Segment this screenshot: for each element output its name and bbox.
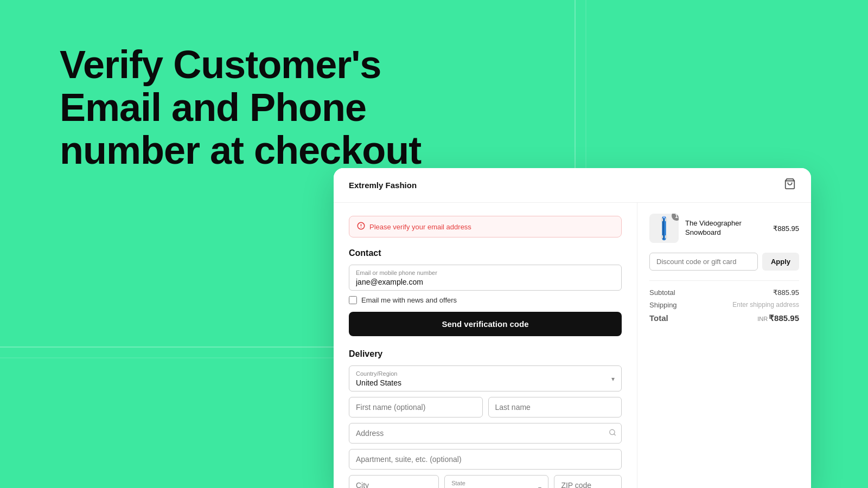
checkout-header: Extremly Fashion <box>334 168 811 203</box>
email-field-group: Email or mobile phone number <box>349 265 622 291</box>
state-label: State <box>451 480 538 486</box>
apt-input[interactable] <box>349 449 622 470</box>
email-input[interactable] <box>356 278 615 286</box>
alert-text: Please verify your email address <box>369 223 471 231</box>
address-field-group <box>349 423 622 444</box>
shipping-value: Enter shipping address <box>732 301 799 309</box>
product-price: ₹885.95 <box>773 224 799 233</box>
checkout-body: Please verify your email address Contact… <box>334 203 811 488</box>
total-amount: ₹885.95 <box>769 313 799 323</box>
shipping-label: Shipping <box>649 301 677 309</box>
svg-line-9 <box>614 434 616 435</box>
product-row: 1 The Videographer Snowboard ₹8 <box>649 214 799 243</box>
cart-icon <box>784 178 796 192</box>
city-state-zip-row: State Marshall Islands ▾ <box>349 475 622 488</box>
address-search-icon <box>609 429 616 438</box>
newsletter-label: Email me with news and offers <box>361 296 457 304</box>
svg-rect-15 <box>665 235 667 239</box>
apt-field-group <box>349 449 622 470</box>
total-value: INR₹885.95 <box>757 313 799 323</box>
alert-box: Please verify your email address <box>349 216 622 237</box>
store-name: Extremly Fashion <box>349 181 417 190</box>
last-name-input[interactable] <box>488 397 622 418</box>
svg-rect-12 <box>661 219 663 222</box>
zip-field <box>554 475 622 488</box>
svg-rect-16 <box>663 216 665 219</box>
subtotal-label: Subtotal <box>649 288 675 297</box>
discount-input[interactable] <box>649 253 758 271</box>
state-chevron-icon: ▾ <box>538 485 541 488</box>
checkout-window: Extremly Fashion Please ve <box>334 168 811 488</box>
inr-label: INR <box>757 316 768 322</box>
city-input[interactable] <box>349 475 439 488</box>
subtotal-row: Subtotal ₹885.95 <box>649 288 799 297</box>
newsletter-checkbox-row: Email me with news and offers <box>349 296 622 304</box>
state-field[interactable]: State Marshall Islands ▾ <box>444 475 548 488</box>
name-row <box>349 397 622 418</box>
address-input[interactable] <box>349 423 622 444</box>
city-field <box>349 475 439 488</box>
country-chevron-icon: ▾ <box>611 375 615 383</box>
contact-section-title: Contact <box>349 248 622 258</box>
zip-input[interactable] <box>554 475 622 488</box>
newsletter-checkbox[interactable] <box>349 296 357 304</box>
svg-rect-13 <box>665 219 667 222</box>
hero-title: Verify Customer's Email and Phone number… <box>60 43 450 172</box>
email-field-container[interactable]: Email or mobile phone number <box>349 265 622 291</box>
subtotal-value: ₹885.95 <box>773 288 799 297</box>
order-summary: Subtotal ₹885.95 Shipping Enter shipping… <box>649 280 799 323</box>
delivery-section-title: Delivery <box>349 349 622 359</box>
hero-section: Verify Customer's Email and Phone number… <box>60 43 450 172</box>
alert-icon <box>357 222 365 232</box>
country-label: Country/Region <box>356 370 611 377</box>
product-info: The Videographer Snowboard <box>685 219 767 237</box>
left-panel: Please verify your email address Contact… <box>334 203 637 488</box>
shipping-row: Shipping Enter shipping address <box>649 301 799 309</box>
product-svg <box>654 215 674 241</box>
first-name-input[interactable] <box>349 397 483 418</box>
country-select[interactable]: United States <box>356 378 611 387</box>
send-verification-button[interactable]: Send verification code <box>349 312 622 336</box>
right-panel: 1 The Videographer Snowboard ₹8 <box>637 203 811 488</box>
total-row: Total INR₹885.95 <box>649 313 799 323</box>
total-label: Total <box>649 313 668 323</box>
product-image: 1 <box>649 214 679 243</box>
email-label: Email or mobile phone number <box>356 269 615 276</box>
apply-button[interactable]: Apply <box>762 253 799 271</box>
delivery-section: Delivery Country/Region United States ▾ <box>349 349 622 488</box>
discount-row: Apply <box>649 253 799 271</box>
product-name: The Videographer Snowboard <box>685 219 767 237</box>
country-field[interactable]: Country/Region United States ▾ <box>349 365 622 391</box>
svg-rect-14 <box>661 235 663 239</box>
